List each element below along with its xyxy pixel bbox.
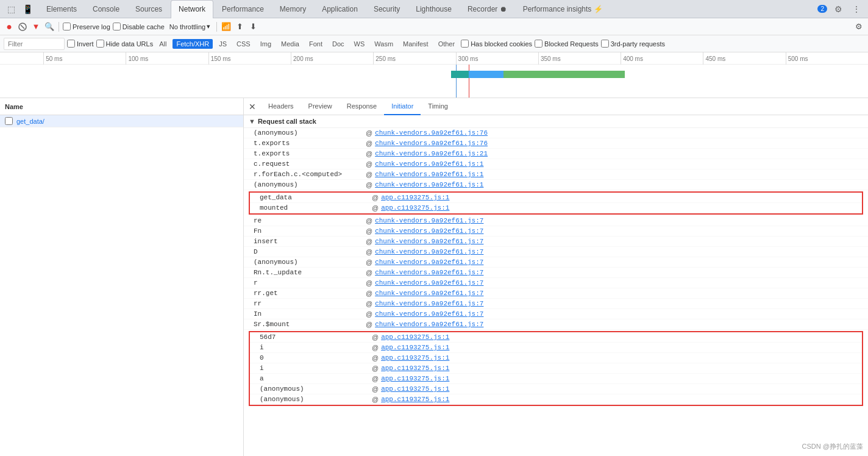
filter-chip-wasm[interactable]: Wasm: [371, 39, 397, 49]
name-item-checkbox[interactable]: [5, 117, 13, 125]
tab-response[interactable]: Response: [340, 98, 385, 115]
filter-chip-ws[interactable]: WS: [350, 39, 369, 49]
tab-preview[interactable]: Preview: [301, 98, 340, 115]
stack-link-25[interactable]: app.c1193275.js:1: [381, 396, 449, 403]
stack-item-19: 56d7 @ app.c1193275.js:1: [250, 332, 862, 343]
stack-link-15[interactable]: chunk-vendors.9a92ef61.js:7: [375, 290, 483, 297]
preserve-log-checkbox[interactable]: Preserve log: [63, 23, 110, 30]
settings-icon[interactable]: ⚙: [832, 3, 845, 15]
stack-func-1: t.exports: [254, 140, 363, 147]
third-party-input[interactable]: [601, 40, 609, 48]
stack-item-16: rr @ chunk-vendors.9a92ef61.js:7: [244, 299, 868, 309]
tab-timing[interactable]: Timing: [421, 98, 455, 115]
wifi-icon[interactable]: 📶: [221, 21, 232, 32]
stack-link-11[interactable]: chunk-vendors.9a92ef61.js:7: [375, 248, 483, 255]
disable-cache-checkbox[interactable]: Disable cache: [113, 23, 165, 30]
stack-link-5[interactable]: chunk-vendors.9a92ef61.js:1: [375, 181, 483, 188]
tab-perf-insights[interactable]: Performance insights ⚡: [516, 0, 610, 18]
stack-link-23[interactable]: app.c1193275.js:1: [381, 375, 449, 382]
stack-link-4[interactable]: chunk-vendors.9a92ef61.js:1: [375, 171, 483, 178]
filter-chip-css[interactable]: CSS: [233, 39, 254, 49]
hide-data-urls-input[interactable]: [96, 40, 104, 48]
stack-at-11: @: [366, 248, 372, 255]
has-blocked-cookies-input[interactable]: [461, 40, 469, 48]
has-blocked-cookies-checkbox[interactable]: Has blocked cookies: [461, 40, 532, 48]
stack-link-22[interactable]: app.c1193275.js:1: [381, 365, 449, 372]
filter-chip-img[interactable]: Img: [257, 39, 275, 49]
disable-cache-input[interactable]: [113, 23, 121, 30]
tab-performance[interactable]: Performance: [215, 0, 271, 18]
network-settings-button[interactable]: ⚙: [853, 21, 864, 32]
stack-link-13[interactable]: chunk-vendors.9a92ef61.js:7: [375, 269, 483, 276]
invert-checkbox[interactable]: Invert: [67, 40, 94, 48]
search-button[interactable]: 🔍: [44, 21, 55, 32]
preserve-log-input[interactable]: [63, 23, 71, 30]
section-arrow: ▼: [249, 118, 255, 125]
filter-chip-js[interactable]: JS: [215, 39, 230, 49]
throttle-select[interactable]: No throttling ▾: [167, 21, 213, 32]
devtools-right-icons: 2 ⚙ ⋮: [817, 3, 863, 15]
tab-security[interactable]: Security: [366, 0, 407, 18]
stack-link-19[interactable]: app.c1193275.js:1: [381, 333, 449, 341]
filter-chip-font[interactable]: Font: [305, 39, 326, 49]
third-party-checkbox[interactable]: 3rd-party requests: [601, 40, 665, 48]
stack-func-18: Sr.$mount: [254, 321, 363, 328]
tab-recorder[interactable]: Recorder ⏺: [460, 0, 514, 18]
stack-at-16: @: [366, 300, 372, 307]
tab-console[interactable]: Console: [85, 0, 127, 18]
tab-initiator[interactable]: Initiator: [384, 98, 421, 115]
filter-toggle-button[interactable]: ▼: [30, 21, 41, 32]
download-button[interactable]: ⬇: [247, 21, 258, 32]
stack-link-12[interactable]: chunk-vendors.9a92ef61.js:7: [375, 258, 483, 266]
stack-link-18[interactable]: chunk-vendors.9a92ef61.js:7: [375, 321, 483, 328]
stack-link-7[interactable]: app.c1193275.js:1: [381, 204, 449, 212]
clear-button[interactable]: [17, 21, 28, 32]
details-content[interactable]: ▼ Request call stack (anonymous) @ chunk…: [244, 115, 868, 456]
tab-headers[interactable]: Headers: [261, 98, 301, 115]
stack-func-20: i: [260, 344, 369, 351]
stack-link-16[interactable]: chunk-vendors.9a92ef61.js:7: [375, 300, 483, 307]
devtools-left-icons: ⬚ 📱: [5, 3, 35, 15]
blocked-requests-input[interactable]: [535, 40, 542, 48]
upload-button[interactable]: ⬆: [234, 21, 245, 32]
tab-application[interactable]: Application: [315, 0, 365, 18]
tab-lighthouse[interactable]: Lighthouse: [408, 0, 459, 18]
stack-at-19: @: [372, 333, 379, 341]
tab-network[interactable]: Network: [171, 0, 213, 18]
stack-link-21[interactable]: app.c1193275.js:1: [381, 354, 449, 362]
inspect-icon[interactable]: ⬚: [5, 3, 18, 15]
tab-elements[interactable]: Elements: [39, 0, 84, 18]
stack-link-9[interactable]: chunk-vendors.9a92ef61.js:7: [375, 227, 483, 235]
stack-link-20[interactable]: app.c1193275.js:1: [381, 344, 449, 351]
name-item-get-data[interactable]: get_data/: [0, 115, 243, 127]
stack-link-2[interactable]: chunk-vendors.9a92ef61.js:21: [375, 150, 488, 157]
stack-link-0[interactable]: chunk-vendors.9a92ef61.js:76: [375, 129, 488, 137]
invert-input[interactable]: [67, 40, 75, 48]
device-icon[interactable]: 📱: [20, 3, 35, 15]
filter-chip-media[interactable]: Media: [277, 39, 303, 49]
section-header-call-stack[interactable]: ▼ Request call stack: [244, 115, 868, 128]
filter-chip-doc[interactable]: Doc: [329, 39, 348, 49]
filter-input[interactable]: [4, 38, 65, 50]
stack-link-24[interactable]: app.c1193275.js:1: [381, 385, 449, 393]
stack-link-1[interactable]: chunk-vendors.9a92ef61.js:76: [375, 140, 488, 147]
more-icon[interactable]: ⋮: [850, 3, 863, 15]
hide-data-urls-checkbox[interactable]: Hide data URLs: [96, 40, 154, 48]
stack-link-3[interactable]: chunk-vendors.9a92ef61.js:1: [375, 160, 483, 168]
record-button[interactable]: ●: [4, 21, 15, 32]
filter-chip-all[interactable]: All: [155, 39, 170, 49]
blocked-requests-checkbox[interactable]: Blocked Requests: [535, 40, 599, 48]
filter-chip-manifest[interactable]: Manifest: [399, 39, 432, 49]
stack-link-6[interactable]: app.c1193275.js:1: [381, 194, 449, 201]
stack-link-14[interactable]: chunk-vendors.9a92ef61.js:7: [375, 279, 483, 287]
stack-link-17[interactable]: chunk-vendors.9a92ef61.js:7: [375, 310, 483, 318]
close-button[interactable]: ✕: [246, 101, 258, 113]
filter-chip-fetch-xhr[interactable]: Fetch/XHR: [173, 39, 213, 49]
stack-link-8[interactable]: chunk-vendors.9a92ef61.js:7: [375, 217, 483, 224]
tab-memory[interactable]: Memory: [272, 0, 313, 18]
filter-chip-other[interactable]: Other: [435, 39, 459, 49]
timeline-area[interactable]: 50 ms 100 ms 150 ms 200 ms 250 ms 300 ms…: [0, 52, 868, 98]
tab-sources[interactable]: Sources: [128, 0, 169, 18]
stack-link-10[interactable]: chunk-vendors.9a92ef61.js:7: [375, 238, 483, 245]
stack-func-2: t.exports: [254, 150, 363, 157]
